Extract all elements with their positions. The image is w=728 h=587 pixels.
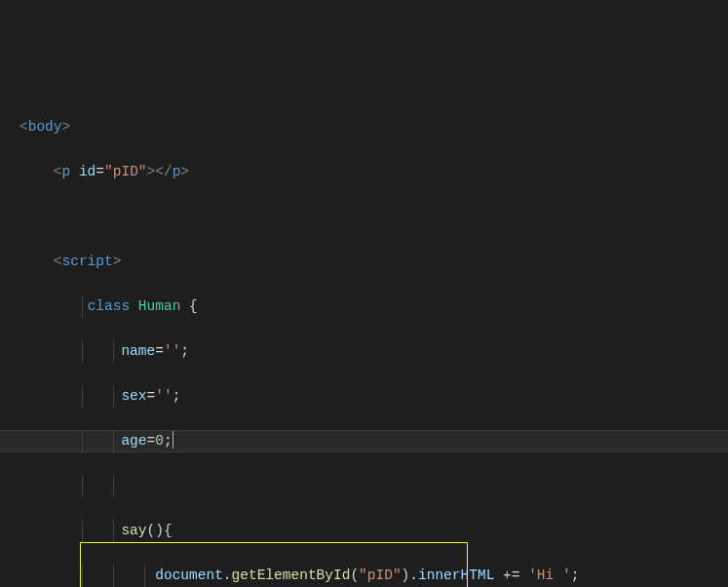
code-line: class Human { — [19, 295, 728, 318]
text-cursor — [172, 431, 173, 449]
code-line: <script> — [19, 251, 728, 273]
code-line: say(){ — [19, 520, 728, 542]
code-line-active: age=0; — [19, 430, 728, 452]
code-line: sex=''; — [19, 385, 728, 408]
code-line: document.getElementById("pID").innerHTML… — [19, 565, 728, 587]
code-line — [19, 206, 728, 228]
code-line — [19, 475, 728, 497]
code-line: <body> — [19, 116, 728, 138]
code-line: name=''; — [19, 340, 728, 363]
code-editor[interactable]: <body> <p id="pID"></p> <script> class H… — [19, 94, 728, 587]
code-line: <p id="pID"></p> — [19, 161, 728, 183]
